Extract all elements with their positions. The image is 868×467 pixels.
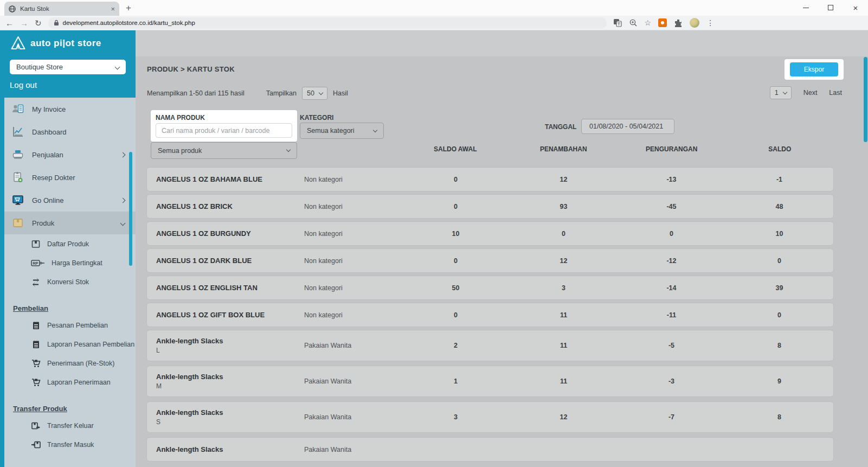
tab-strip: Kartu Stok × + × [0,0,868,16]
table-header: SALDO AWAL PENAMBAHAN PENGURANGAN SALDO [146,145,834,153]
product-name: ANGELUS 1 OZ BAHAMA BLUE [156,175,304,183]
browser-tab[interactable]: Kartu Stok × [4,2,119,16]
page-select[interactable]: 1 [770,86,792,99]
product-name-cell: Ankle-length Slacks M [147,373,304,390]
new-tab-button[interactable]: + [126,3,131,14]
product-name: ANGELUS 1 OZ BURGUNDY [156,229,304,238]
zoom-icon[interactable] [629,18,638,27]
back-icon[interactable]: ← [5,19,14,27]
reload-icon[interactable]: ↻ [35,19,42,27]
sidebar-subitem-transfer-masuk[interactable]: Transfer Masuk [0,435,136,454]
price-tag-rp-icon: RP [31,258,45,268]
extension-badge-icon[interactable] [658,18,667,27]
browser-actions: ☆ ⋮ [613,18,715,28]
browser-menu-icon[interactable]: ⋮ [706,18,714,27]
tab-title: Kartu Stok [20,5,106,12]
translate-icon[interactable] [613,18,622,27]
tab-close-icon[interactable]: × [111,5,115,12]
box-outline-icon [31,239,41,249]
pengurangan-value: -11 [618,311,725,319]
sidebar-scrollbar-thumb[interactable] [129,152,132,266]
sidebar-subitem-daftar-produk[interactable]: Daftar Produk [0,234,136,253]
bookmark-star-icon[interactable]: ☆ [645,18,652,27]
svg-text:RP: RP [33,261,38,266]
sidebar-item-produk[interactable]: Produk [0,212,136,234]
logout-link[interactable]: Log out [10,80,37,89]
page-scrollbar-thumb[interactable] [864,57,867,142]
saldo-awal-value: 1 [402,378,510,385]
chevron-down-icon [120,220,126,226]
window-maximize-button[interactable] [818,0,843,15]
sidebar-subitem-transfer-keluar[interactable]: Transfer Keluar [0,416,136,435]
forward-icon[interactable]: → [20,19,28,27]
table-row[interactable]: Ankle-length Slacks L Pakaian Wanita 2 1… [146,330,834,361]
minimize-icon [803,8,809,8]
product-name-filter-highlight-box: NAMA PRODUK [151,110,297,142]
kategori-label: KATEGORI [300,114,333,121]
table-row[interactable]: ANGELUS 1 OZ BAHAMA BLUE Non kategori 0 … [146,167,834,191]
table-row[interactable]: ANGELUS 1 OZ BURGUNDY Non kategori 10 0 … [146,221,834,246]
column-saldo-awal: SALDO AWAL [401,145,510,153]
per-page-label: Tampilkan [266,89,297,97]
pengurangan-value: -13 [618,176,725,183]
sidebar-subitem-label: Konversi Stok [47,278,89,286]
product-name-cell: ANGELUS 1 OZ GIFT BOX BLUE [147,311,304,319]
sidebar-item-go-online[interactable]: Go Online [0,189,136,212]
export-button[interactable]: Ekspor [790,62,838,76]
section-title-pembelian: Pembelian [13,304,136,312]
product-variant: L [156,347,304,354]
sidebar-subitem-laporan-pesanan-pembelian[interactable]: Laporan Pesanan Pembelian [0,335,136,354]
window-minimize-button[interactable] [793,0,818,15]
sidebar-subitem-penerimaan-restok[interactable]: Penerimaan (Re-Stok) [0,354,136,373]
chevron-down-icon [115,65,120,70]
table-row[interactable]: Ankle-length Slacks Pakaian Wanita [146,437,834,462]
kategori-select[interactable]: Semua kategori [300,123,384,139]
pagination: 1 Next Last [770,86,842,99]
table-row[interactable]: ANGELUS 1 OZ ENGLISH TAN Non kategori 50… [146,276,834,300]
last-page-link[interactable]: Last [829,89,842,97]
logo-plane-icon [11,36,25,50]
table-row[interactable]: ANGELUS 1 OZ GIFT BOX BLUE Non kategori … [146,303,834,327]
table-row[interactable]: ANGELUS 1 OZ DARK BLUE Non kategori 0 12… [146,248,834,273]
sidebar-subitem-laporan-penerimaan[interactable]: Laporan Penerimaan [0,373,136,392]
table-row[interactable]: Ankle-length Slacks S Pakaian Wanita 3 1… [146,401,834,433]
date-range-input[interactable]: 01/08/2020 - 05/04/2021 [581,119,674,134]
sidebar-item-dashboard[interactable]: Dashboard [0,120,136,143]
per-page-select[interactable]: 50 [302,87,327,100]
table-body: ANGELUS 1 OZ BAHAMA BLUE Non kategori 0 … [146,167,834,464]
product-search-input[interactable] [156,123,292,138]
extensions-puzzle-icon[interactable] [674,18,683,27]
sidebar-subitem-label: Transfer Masuk [47,441,94,449]
product-name: Ankle-length Slacks [156,408,304,417]
saldo-value: 0 [725,257,833,265]
window-close-button[interactable]: × [843,0,868,15]
table-row[interactable]: ANGELUS 1 OZ BRICK Non kategori 0 93 -45… [146,194,834,219]
lock-icon [54,20,59,26]
product-name: ANGELUS 1 OZ DARK BLUE [156,257,304,265]
product-name-cell: ANGELUS 1 OZ ENGLISH TAN [147,284,304,292]
product-name-cell: Ankle-length Slacks L [147,337,304,354]
url-text: development.autopilotstore.co.id/kartu_s… [63,20,195,26]
next-page-link[interactable]: Next [803,89,818,97]
sidebar-menu: My Invoice Dashboard Penjualan Resep Dok… [0,98,136,454]
notebook-icon [31,321,41,330]
sidebar-item-my-invoice[interactable]: My Invoice [0,98,136,120]
browser-chrome: Kartu Stok × + × ← → ↻ development.autop… [0,0,868,30]
results-count-text: Menampilkan 1-50 dari 115 hasil [147,89,245,97]
product-variant: M [156,382,304,390]
sidebar-item-penjualan[interactable]: Penjualan [0,143,136,166]
profile-avatar[interactable] [690,18,699,28]
address-field[interactable]: development.autopilotstore.co.id/kartu_s… [48,17,607,29]
sidebar-item-resep-dokter[interactable]: Resep Dokter [0,166,136,189]
maximize-icon [828,5,833,10]
product-name: Ankle-length Slacks [156,337,304,345]
store-selector[interactable]: Boutique Store [10,60,126,74]
sidebar-subitem-konversi-stok[interactable]: Konversi Stok [0,272,136,291]
table-row[interactable]: Ankle-length Slacks M Pakaian Wanita 1 1… [146,366,834,397]
sidebar-subitem-pesanan-pembelian[interactable]: Pesanan Pembelian [0,316,136,335]
product-name-cell: ANGELUS 1 OZ BRICK [147,202,304,210]
sidebar-subitem-harga-bertingkat[interactable]: RP Harga Bertingkat [0,253,136,272]
per-page-value: 50 [307,89,314,97]
saldo-value: -1 [725,176,833,183]
penambahan-value: 3 [510,284,618,292]
